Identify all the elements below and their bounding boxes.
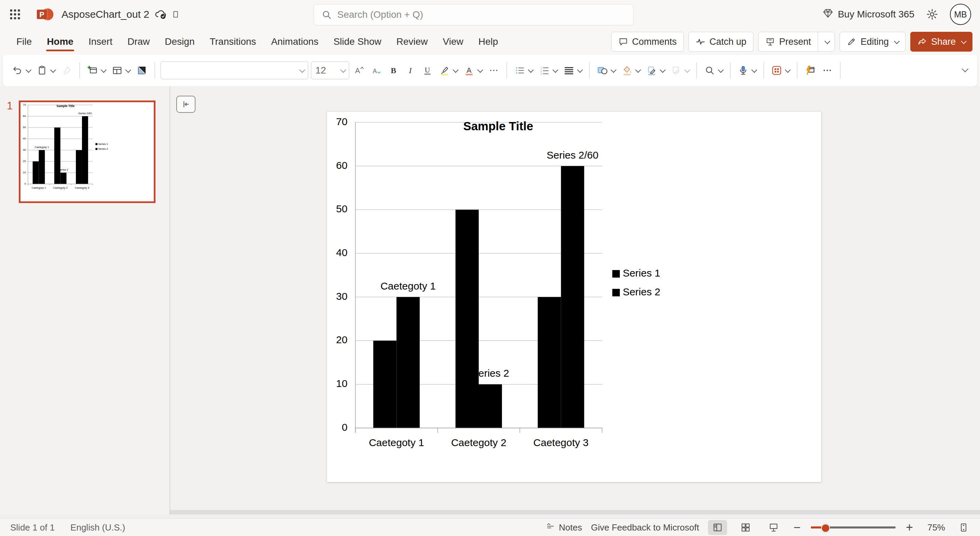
app-launcher-waffle-icon[interactable] (4, 3, 26, 25)
feedback-button[interactable]: Give Feedback to Microsoft (591, 522, 699, 533)
fit-slide-to-window-button[interactable] (954, 520, 973, 535)
underline-button[interactable]: U (420, 63, 434, 78)
font-name-combo[interactable] (161, 62, 308, 79)
buy-microsoft-365-button[interactable]: Buy Microsoft 365 (823, 8, 915, 21)
format-painter-button[interactable] (59, 63, 74, 78)
comments-button[interactable]: Comments (611, 32, 684, 52)
zoom-slider-thumb[interactable] (821, 524, 830, 533)
menu-item-insert[interactable]: Insert (81, 32, 120, 52)
shapes-icon (597, 65, 608, 75)
slide-chart[interactable]: Caetegoty 1Series 2Series 2/600102030405… (327, 112, 821, 482)
numbering-button[interactable]: 123 (537, 63, 559, 78)
slideshow-view-button[interactable] (764, 520, 783, 535)
cloud-saved-icon[interactable] (155, 9, 167, 20)
shape-fill-button[interactable] (620, 63, 642, 78)
shrink-font-button[interactable]: A (369, 63, 383, 78)
shapes-button[interactable] (595, 63, 617, 78)
slide-sorter-view-button[interactable] (736, 520, 755, 535)
zoom-out-button[interactable]: − (792, 521, 802, 534)
menu-item-review[interactable]: Review (389, 32, 435, 52)
svg-text:A: A (467, 66, 472, 75)
svg-text:70: 70 (23, 103, 26, 106)
font-size-combo[interactable]: 12 (311, 62, 349, 79)
horizontal-scrollbar[interactable] (170, 510, 980, 514)
slide-counter[interactable]: Slide 1 of 1 (10, 522, 55, 533)
share-button[interactable]: Share (910, 32, 972, 52)
svg-text:30: 30 (23, 148, 26, 152)
ribbon-collapse-button[interactable] (961, 67, 967, 73)
catch-up-button[interactable]: Catch up (689, 32, 754, 52)
layout-button[interactable] (110, 63, 132, 78)
svg-text:20: 20 (23, 160, 26, 163)
shape-effects-button[interactable] (669, 63, 691, 78)
thumbnail-chart: Caetegoty 1Series 2Series 2/600102030405… (21, 102, 150, 198)
svg-text:10: 10 (336, 378, 347, 389)
undo-button[interactable] (10, 63, 32, 78)
powerpoint-logo-icon[interactable]: P (36, 6, 54, 22)
present-dropdown[interactable] (818, 32, 834, 51)
notes-label: Notes (559, 522, 582, 533)
normal-view-button[interactable] (708, 520, 727, 535)
slide-thumbnail[interactable]: Caetegoty 1Series 2Series 2/600102030405… (19, 100, 156, 203)
new-slide-button[interactable] (86, 63, 107, 78)
zoom-level[interactable]: 75% (923, 522, 945, 533)
paste-button[interactable] (35, 63, 57, 78)
svg-text:0: 0 (342, 421, 347, 433)
shape-outline-button[interactable] (644, 63, 666, 78)
menu-item-design[interactable]: Design (157, 32, 202, 52)
menu-item-file[interactable]: File (9, 32, 39, 52)
find-button[interactable] (703, 63, 724, 78)
svg-text:Caetegoty 3: Caetegoty 3 (75, 186, 89, 189)
editing-button[interactable]: Editing (840, 32, 905, 52)
notes-button[interactable]: Notes (546, 522, 582, 533)
premium-diamond-icon (823, 8, 833, 21)
italic-button[interactable]: I (403, 63, 418, 78)
overflow-button[interactable] (820, 63, 834, 78)
svg-text:Caetegoty 1: Caetegoty 1 (32, 186, 46, 189)
chevron-down-icon (684, 67, 690, 73)
search-input[interactable] (337, 9, 611, 21)
svg-text:I: I (409, 66, 412, 75)
toolbar-divider (730, 62, 730, 79)
dictate-button[interactable] (736, 63, 758, 78)
bold-button[interactable]: B (386, 63, 401, 78)
svg-text:0: 0 (24, 182, 25, 185)
grow-font-button[interactable]: A (352, 63, 366, 78)
menu-item-view[interactable]: View (435, 32, 471, 52)
quick-design-button[interactable] (803, 63, 817, 78)
more-commands-button[interactable] (487, 63, 501, 78)
svg-text:Series 2: Series 2 (622, 286, 660, 297)
align-button[interactable] (562, 63, 584, 78)
zoom-slider[interactable] (811, 526, 896, 528)
menu-item-home[interactable]: Home (39, 32, 81, 52)
svg-text:B: B (391, 66, 396, 75)
text-highlight-button[interactable] (438, 63, 459, 78)
language-selector[interactable]: English (U.S.) (70, 522, 125, 533)
slide[interactable]: Caetegoty 1Series 2Series 2/600102030405… (327, 112, 821, 482)
bullets-button[interactable] (512, 63, 535, 78)
menu-item-draw[interactable]: Draw (120, 32, 157, 52)
menu-item-transitions[interactable]: Transitions (202, 32, 264, 52)
chevron-down-icon (635, 67, 641, 73)
bullets-icon (515, 65, 525, 75)
menu-items: FileHomeInsertDrawDesignTransitionsAnima… (9, 32, 506, 52)
toolbar-divider (764, 62, 764, 79)
menu-item-animations[interactable]: Animations (264, 32, 326, 52)
present-button[interactable]: Present (758, 32, 835, 52)
font-color-button[interactable]: A (462, 63, 484, 78)
chevron-down-icon (611, 67, 616, 73)
settings-gear-icon[interactable] (926, 8, 938, 21)
chevron-down-icon (577, 67, 583, 73)
reset-design-button[interactable] (135, 63, 149, 78)
present-icon (765, 37, 775, 46)
zoom-in-button[interactable]: + (905, 521, 915, 534)
document-title[interactable]: AsposeChart_out 2 (62, 8, 150, 20)
designer-button[interactable] (770, 63, 791, 78)
menu-item-help[interactable]: Help (471, 32, 506, 52)
menu-item-slide-show[interactable]: Slide Show (326, 32, 389, 52)
toolbar-divider (154, 62, 155, 79)
slide-canvas[interactable]: Caetegoty 1Series 2Series 2/600102030405… (170, 86, 980, 515)
account-avatar[interactable]: MB (950, 4, 971, 25)
search-box[interactable] (314, 4, 633, 25)
svg-text:Sample Title: Sample Title (56, 104, 75, 108)
